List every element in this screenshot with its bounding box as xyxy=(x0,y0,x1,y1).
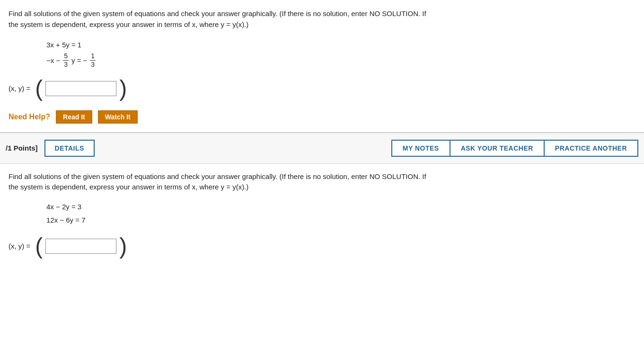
action-bar: /1 Points] DETAILS MY NOTES ASK YOUR TEA… xyxy=(0,133,644,164)
bottom-eq2: 12x − 6y = 7 xyxy=(46,214,635,227)
bottom-problem-text: Find all solutions of the given system o… xyxy=(9,171,576,193)
need-help-label: Need Help? xyxy=(9,113,50,121)
points-label: /1 Points] xyxy=(6,144,38,152)
practice-another-button[interactable]: PRACTICE ANOTHER xyxy=(544,140,638,157)
read-it-button[interactable]: Read It xyxy=(56,110,92,124)
my-notes-button[interactable]: MY NOTES xyxy=(391,140,450,157)
bottom-section: /1 Points] DETAILS MY NOTES ASK YOUR TEA… xyxy=(0,133,644,277)
problem-text-line1: Find all solutions of the given system o… xyxy=(9,9,426,18)
problem-text-top: Find all solutions of the given system o… xyxy=(9,9,576,30)
need-help-row: Need Help? Read It Watch It xyxy=(9,110,635,124)
answer-label-top: (x, y) = xyxy=(9,84,30,92)
problem-text-line2: the system is dependent, express your an… xyxy=(9,20,248,28)
bottom-problem: Find all solutions of the given system o… xyxy=(0,164,644,277)
answer-input-top[interactable] xyxy=(45,81,116,96)
answer-row-bottom: (x, y) = ( ) xyxy=(9,235,635,258)
fraction-1-3: 1 3 xyxy=(90,52,96,69)
action-buttons: MY NOTES ASK YOUR TEACHER PRACTICE ANOTH… xyxy=(391,140,638,157)
equation-2: −x − 5 3 y = − 1 3 xyxy=(46,52,635,69)
equation-1: 3x + 5y = 1 xyxy=(46,38,635,51)
eq1-text: 3x + 5y = 1 xyxy=(46,38,81,51)
right-paren-bottom: ) xyxy=(119,235,127,258)
details-button[interactable]: DETAILS xyxy=(44,140,95,157)
right-paren-top: ) xyxy=(119,77,127,100)
left-paren-top: ( xyxy=(35,77,43,100)
bottom-text-line2: the system is dependent, express your an… xyxy=(9,183,248,191)
fraction-5-3: 5 3 xyxy=(63,52,69,69)
eq2-y-equals: y = − xyxy=(71,54,87,67)
answer-row-top: (x, y) = ( ) xyxy=(9,77,635,100)
left-paren-bottom: ( xyxy=(35,235,43,258)
watch-it-button[interactable]: Watch It xyxy=(98,110,138,124)
bottom-eq1: 4x − 2y = 3 xyxy=(46,200,635,214)
eq2-neg-x: −x − xyxy=(46,54,60,67)
equations-top: 3x + 5y = 1 −x − 5 3 y = − 1 3 xyxy=(46,38,635,69)
answer-input-bottom[interactable] xyxy=(45,239,116,254)
ask-teacher-button[interactable]: ASK YOUR TEACHER xyxy=(450,140,544,157)
top-section: Find all solutions of the given system o… xyxy=(0,0,644,133)
answer-label-bottom: (x, y) = xyxy=(9,242,30,250)
equations-bottom: 4x − 2y = 3 12x − 6y = 7 xyxy=(46,200,635,227)
bottom-text-line1: Find all solutions of the given system o… xyxy=(9,172,426,180)
